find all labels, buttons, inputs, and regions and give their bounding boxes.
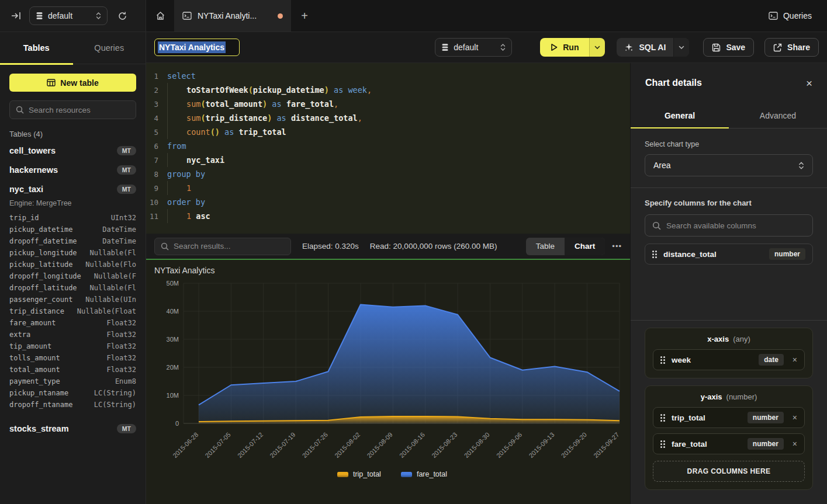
column-type: UInt32	[111, 214, 136, 222]
chevron-updown-icon	[798, 161, 804, 170]
collapse-sidebar-icon[interactable]	[8, 8, 23, 23]
column-name: passenger_count	[9, 296, 72, 304]
search-icon	[16, 106, 24, 114]
code-token: total_amount	[206, 99, 263, 109]
table-row[interactable]: cell_towersMT	[9, 141, 136, 160]
refresh-icon[interactable]	[115, 8, 130, 23]
columns-label: Specify columns for the chart	[645, 199, 813, 207]
chart-type-select[interactable]: Area	[645, 154, 813, 176]
code-token: trip_distance	[206, 113, 268, 123]
column-row: dropoff_longitudeNullable(F	[9, 270, 136, 282]
tables-list: cell_towersMThackernewsMTnyc_taxiMTEngin…	[0, 141, 146, 438]
close-icon[interactable]: ×	[806, 78, 812, 89]
legend-item-trip_total[interactable]: trip_total	[337, 470, 381, 478]
save-button[interactable]: Save	[703, 38, 754, 57]
query-title-value: NYTaxi Analytics	[158, 41, 226, 53]
queries-button-label: Queries	[783, 11, 812, 20]
sidebar-tab-tables[interactable]: Tables	[0, 32, 73, 64]
code-token	[343, 85, 348, 95]
table-grid-icon	[47, 79, 56, 86]
svg-text:2015-09-06: 2015-09-06	[495, 431, 523, 459]
legend-swatch	[337, 472, 348, 477]
sidebar-search-input[interactable]: Search resources	[9, 100, 136, 119]
content: NYTaxi Analytics default	[146, 32, 827, 504]
drag-handle-icon[interactable]	[652, 251, 657, 258]
column-chip-week[interactable]: weekdate×	[653, 349, 805, 370]
drag-handle-icon[interactable]	[660, 440, 665, 448]
drop-zone[interactable]: DRAG COLUMNS HERE	[653, 461, 805, 482]
code-token: sum	[186, 113, 200, 123]
column-chip-distance_total[interactable]: distance_totalnumber	[645, 244, 813, 265]
sql-ai-main[interactable]: SQL AI	[617, 38, 673, 57]
axis-config-area: x-axis(any) weekdate× y-axis(number) tri…	[645, 320, 813, 490]
run-options-caret[interactable]	[589, 38, 605, 57]
table-row[interactable]: stocks_streamMT	[9, 419, 136, 438]
code-token: )	[267, 113, 272, 123]
tab-general[interactable]: General	[631, 103, 729, 128]
sql-ai-button[interactable]: SQL AI	[617, 38, 689, 57]
terminal-icon	[769, 12, 778, 20]
columns-search-input[interactable]: Search available columns	[645, 214, 813, 237]
line-number: 2	[146, 86, 167, 95]
code-token	[286, 113, 291, 123]
engine-badge: MT	[117, 185, 136, 194]
share-button[interactable]: Share	[764, 38, 819, 57]
run-button[interactable]: Run	[540, 38, 605, 57]
svg-text:2015-09-20: 2015-09-20	[560, 431, 588, 459]
svg-text:2015-07-26: 2015-07-26	[301, 431, 329, 459]
drag-handle-icon[interactable]	[660, 356, 665, 364]
sql-editor[interactable]: 1select2toStartOfWeek(pickup_datetime) a…	[146, 63, 630, 234]
column-chip-trip_total[interactable]: trip_totalnumber×	[653, 407, 805, 428]
column-type: Float32	[106, 354, 136, 362]
y-axis-header: y-axis(number)	[653, 392, 805, 401]
x-axis-box: x-axis(any) weekdate×	[645, 328, 813, 378]
queries-button-top[interactable]: Queries	[753, 0, 827, 32]
query-title-input[interactable]: NYTaxi Analytics	[154, 39, 240, 56]
drag-handle-icon[interactable]	[660, 414, 665, 422]
column-chip-fare_total[interactable]: fare_totalnumber×	[653, 433, 805, 454]
query-database-selector[interactable]: default	[435, 38, 512, 57]
tab-advanced[interactable]: Advanced	[729, 103, 827, 128]
view-toggle-chart[interactable]: Chart	[565, 238, 605, 255]
code-token: ,	[334, 99, 338, 109]
spacer	[9, 411, 136, 419]
chart-title: NYTaxi Analytics	[154, 266, 630, 275]
run-button-main[interactable]: Run	[540, 38, 589, 57]
sidebar-tab-queries[interactable]: Queries	[73, 32, 146, 64]
table-row[interactable]: nyc_taxiMT	[9, 179, 136, 199]
chip-name: trip_total	[672, 413, 741, 422]
more-options-icon[interactable]: •••	[612, 242, 622, 251]
table-row[interactable]: hackernewsMT	[9, 160, 136, 179]
area-chart[interactable]: 010M20M30M40M50M2015-06-282015-07-052015…	[154, 276, 630, 469]
available-columns: distance_totalnumber	[645, 237, 813, 265]
home-tab[interactable]	[146, 0, 174, 32]
database-icon	[36, 12, 43, 20]
remove-chip-icon[interactable]: ×	[790, 439, 797, 449]
share-label: Share	[787, 43, 810, 52]
new-table-button[interactable]: New table	[9, 74, 136, 92]
column-row: tolls_amountFloat32	[9, 352, 136, 364]
remove-chip-icon[interactable]: ×	[790, 413, 797, 422]
view-toggle-table[interactable]: Table	[526, 238, 565, 255]
divider	[631, 320, 827, 321]
column-type: Nullable(Fl	[90, 249, 136, 257]
query-database-value: default	[454, 43, 478, 52]
column-name: extra	[9, 331, 30, 339]
table-name: cell_towers	[9, 146, 56, 155]
remove-chip-icon[interactable]: ×	[790, 355, 797, 364]
column-row: trip_idUInt32	[9, 212, 136, 224]
code-token	[220, 127, 224, 137]
column-name: pickup_ntaname	[9, 389, 68, 397]
results-search-input[interactable]: Search results...	[154, 238, 291, 255]
column-row: dropoff_datetimeDateTime	[9, 235, 136, 247]
chart-details-title: Chart details	[645, 78, 702, 88]
legend-swatch	[401, 472, 412, 477]
legend-item-fare_total[interactable]: fare_total	[401, 470, 447, 478]
column-type: Nullable(UIn	[85, 296, 136, 304]
sidebar-search-placeholder: Search resources	[29, 106, 91, 114]
sql-ai-caret[interactable]	[673, 38, 689, 57]
new-tab-button[interactable]: +	[291, 0, 318, 32]
database-selector[interactable]: default	[29, 6, 108, 25]
tab-nytaxi-analytics[interactable]: NYTaxi Analyti...	[174, 0, 291, 32]
svg-text:2015-06-28: 2015-06-28	[171, 431, 199, 459]
